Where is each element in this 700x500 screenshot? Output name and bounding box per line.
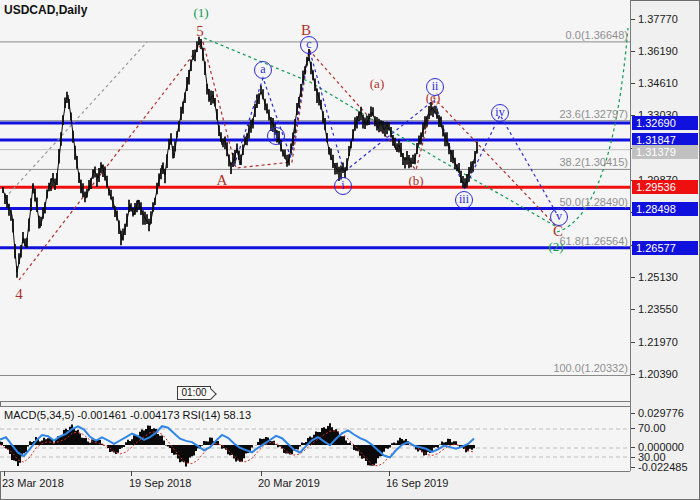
wave-label-b[interactable]: b (267, 127, 285, 145)
wave-label-A[interactable]: A (217, 172, 228, 189)
y-axis-tick (631, 83, 635, 84)
price-tag: 1.26577 (632, 241, 698, 255)
y-axis-tick (631, 51, 635, 52)
indicator-axis-label: 0.029776 (638, 407, 684, 419)
wave-projection-line[interactable] (309, 50, 557, 227)
wave-label-iii[interactable]: iii (455, 191, 473, 209)
y-axis-tick (631, 374, 635, 375)
y-axis-label: 1.20390 (638, 368, 678, 380)
wave-label-5[interactable]: 5 (196, 23, 204, 40)
period-separator-label: 01:00 (181, 387, 206, 398)
wave-projection-line[interactable] (19, 42, 203, 280)
indicator-axis-label: 70.00 (638, 422, 666, 434)
indicator-axis-tick (631, 428, 635, 429)
wave-label-2[interactable]: (2) (548, 239, 563, 255)
wave-label-v[interactable]: v (550, 208, 568, 226)
price-chart-svg (0, 0, 630, 401)
indicator-axis-tick (631, 447, 635, 448)
x-axis-tick (389, 471, 390, 476)
wave-label-iv[interactable]: iv (491, 104, 509, 122)
y-axis-tick (631, 309, 635, 310)
wave-projection-line[interactable] (5, 42, 147, 198)
y-axis-label: 1.25130 (638, 271, 678, 283)
x-axis-date-label: 20 Mar 2019 (258, 477, 320, 489)
wave-label-a[interactable]: a (254, 61, 272, 79)
y-axis-label: 1.23550 (638, 303, 678, 315)
price-tag: 1.32690 (632, 116, 698, 130)
x-axis-tick (131, 471, 132, 476)
wave-label-i[interactable]: i (334, 177, 352, 195)
wave-label-1[interactable]: (1) (193, 5, 208, 21)
wave-label-b[interactable]: (b) (408, 173, 423, 189)
wave-label-a[interactable]: (a) (370, 76, 384, 92)
indicator-axis-tick (631, 467, 635, 468)
wave-label-ii[interactable]: ii (426, 78, 444, 96)
fib-level-label[interactable]: 0.0(1.36648) (566, 29, 628, 41)
y-axis-label: 1.21970 (638, 336, 678, 348)
y-axis-tick (631, 342, 635, 343)
price-tag: 1.29536 (632, 180, 698, 194)
y-axis-border (630, 0, 631, 471)
main-chart-pane[interactable]: USDCAD,Daily 01:00 (0, 0, 630, 402)
x-axis-date-label: 19 Sep 2018 (129, 477, 191, 489)
fib-level-label[interactable]: 38.2(1.30415) (560, 156, 629, 168)
indicator-axis-tick (631, 413, 635, 414)
period-separator-box[interactable]: 01:00 (177, 386, 211, 400)
fib-level-label[interactable]: 100.0(1.20332) (553, 362, 628, 374)
y-axis-tick (631, 277, 635, 278)
fib-level-label[interactable]: 50.0(1.28490) (560, 196, 629, 208)
fib-level-label[interactable]: 61.8(1.26564) (560, 235, 629, 247)
price-line (3, 42, 477, 272)
fib-level-label[interactable]: 23.6(1.32797) (560, 108, 629, 120)
x-axis-date-label: 16 Sep 2019 (386, 477, 448, 489)
y-axis-label: 1.34610 (638, 77, 678, 89)
wave-label-4[interactable]: 4 (15, 286, 23, 303)
y-axis-tick (631, 19, 635, 20)
y-axis-label: 1.37770 (638, 13, 678, 25)
indicator-axis-tick (631, 457, 635, 458)
indicator-pane[interactable]: MACD(5,34,5) -0.001461 -0.004173 RSI(14)… (0, 406, 630, 472)
price-tag: 1.28498 (632, 202, 698, 216)
chart-window: USDCAD,Daily 01:00 MACD(5,34,5) -0.00146… (0, 0, 700, 500)
price-candles (3, 37, 477, 278)
symbol-label: USDCAD,Daily (4, 3, 87, 17)
y-axis-label: 1.36190 (638, 45, 678, 57)
x-axis-tick (4, 471, 5, 476)
indicator-axis-label: -0.022485 (638, 461, 688, 473)
wave-label-c[interactable]: c (300, 36, 318, 54)
x-axis-tick (261, 471, 262, 476)
price-tag: 1.31379 (632, 145, 698, 159)
x-axis-date-label: 23 Mar 2018 (2, 477, 64, 489)
indicator-label: MACD(5,34,5) -0.001461 -0.004173 RSI(14)… (4, 409, 251, 421)
